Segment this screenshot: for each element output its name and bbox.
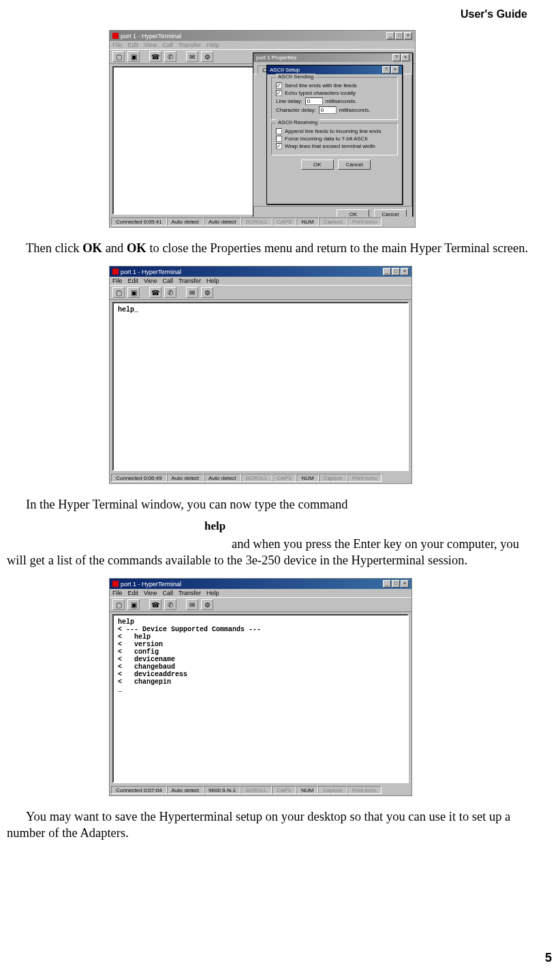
menu-transfer[interactable]: Transfer: [178, 42, 201, 48]
close-icon[interactable]: ×: [404, 32, 412, 40]
minimize-icon[interactable]: _: [383, 268, 391, 275]
properties-title: port 1 Properties: [256, 55, 296, 61]
toolbar-disconnect-icon[interactable]: ✆: [164, 51, 176, 62]
status-echo: Print echo: [347, 217, 382, 226]
toolbar-new-icon[interactable]: ▢: [112, 287, 125, 298]
toolbar-call-icon[interactable]: ☎: [149, 599, 161, 610]
toolbar-props-icon[interactable]: ⚙: [201, 287, 213, 298]
toolbar-open-icon[interactable]: ▣: [127, 51, 140, 62]
menu-view[interactable]: View: [144, 590, 157, 596]
close-icon[interactable]: ×: [401, 268, 409, 275]
status-connected: Connected 0:05:41: [111, 217, 167, 226]
toolbar-props-icon[interactable]: ⚙: [201, 51, 213, 62]
terminal-area[interactable]: help_: [112, 302, 409, 471]
menu-bar: File Edit View Call Transfer Help: [110, 277, 411, 285]
menu-transfer[interactable]: Transfer: [178, 277, 201, 284]
label-send-line-ends: Send line ends with line feeds: [285, 82, 357, 89]
toolbar: ▢ ▣ ☎ ✆ ✉ ⚙: [110, 597, 411, 612]
menu-help[interactable]: Help: [206, 277, 219, 284]
toolbar-open-icon[interactable]: ▣: [127, 599, 140, 610]
menu-help[interactable]: Help: [206, 590, 219, 596]
ascii-receiving-group: ASCII Receiving Append line feeds to inc…: [271, 123, 398, 155]
toolbar-send-icon[interactable]: ✉: [186, 287, 198, 298]
ascii-receiving-legend: ASCII Receiving: [276, 119, 320, 125]
menu-file[interactable]: File: [112, 42, 123, 48]
menu-bar: File Edit View Call Transfer Help: [110, 589, 411, 597]
status-connected: Connected 0:07:04: [111, 786, 167, 794]
status-autodetect-1: Auto detect: [167, 786, 204, 794]
checkbox-force-7bit[interactable]: [276, 136, 282, 142]
terminal-text: help_: [114, 303, 407, 316]
close-icon[interactable]: ×: [401, 54, 409, 61]
paragraph-3: and when you press the Enter key on your…: [7, 536, 533, 568]
status-bar: Connected 0:06:49 Auto detect Auto detec…: [111, 473, 410, 483]
window-title: port 1 - HyperTerminal: [121, 581, 181, 588]
menu-view[interactable]: View: [144, 277, 157, 284]
help-icon[interactable]: ?: [392, 54, 401, 61]
screenshot-help-output: port 1 - HyperTerminal _ □ × File Edit V…: [109, 578, 412, 796]
toolbar-open-icon[interactable]: ▣: [127, 287, 140, 298]
menu-transfer[interactable]: Transfer: [178, 590, 201, 596]
ascii-setup-dialog: ASCII Setup ? × ASCII Sending ✓Send line…: [266, 65, 403, 204]
menu-edit[interactable]: Edit: [128, 42, 139, 48]
ascii-cancel-button[interactable]: Cancel: [338, 160, 371, 170]
minimize-icon[interactable]: _: [383, 580, 391, 588]
status-autodetect-1: Auto detect: [167, 474, 204, 482]
toolbar-new-icon[interactable]: ▢: [112, 51, 125, 62]
status-num: NUM: [296, 786, 318, 794]
toolbar-disconnect-icon[interactable]: ✆: [164, 599, 176, 610]
input-line-delay[interactable]: 0: [305, 97, 323, 105]
close-icon[interactable]: ×: [401, 580, 409, 588]
checkbox-send-line-ends[interactable]: ✓: [276, 82, 282, 89]
menu-view[interactable]: View: [144, 42, 157, 48]
close-icon[interactable]: ×: [391, 66, 399, 74]
hyperterminal-icon: [112, 581, 119, 587]
status-capture: Capture: [319, 474, 347, 482]
page-header: User's Guide: [7, 8, 527, 20]
label-wrap-lines: Wrap lines that exceed terminal width: [285, 143, 375, 149]
input-char-delay[interactable]: 0: [319, 106, 337, 114]
status-bar: Connected 0:07:04 Auto detect 9600 8-N-1…: [111, 785, 410, 795]
status-caps: CAPS: [273, 474, 297, 482]
ascii-ok-button[interactable]: OK: [301, 160, 334, 170]
menu-help[interactable]: Help: [206, 42, 219, 48]
status-bar: Connected 0:05:41 Auto detect Auto detec…: [111, 217, 414, 226]
label-char-delay-unit: milliseconds.: [339, 107, 371, 113]
toolbar-call-icon[interactable]: ☎: [149, 51, 161, 62]
status-caps: CAPS: [272, 786, 296, 794]
status-autodetect-2: Auto detect: [204, 217, 240, 226]
toolbar-disconnect-icon[interactable]: ✆: [164, 287, 176, 298]
toolbar-send-icon[interactable]: ✉: [186, 599, 198, 610]
minimize-icon[interactable]: _: [386, 32, 394, 40]
paragraph-4: You may want to save the Hyperterminal s…: [7, 808, 533, 841]
menu-edit[interactable]: Edit: [128, 277, 139, 284]
toolbar-props-icon[interactable]: ⚙: [201, 599, 213, 610]
toolbar-new-icon[interactable]: ▢: [112, 599, 125, 610]
menu-call[interactable]: Call: [162, 277, 173, 284]
label-char-delay: Character delay:: [276, 107, 316, 113]
checkbox-wrap-lines[interactable]: ✓: [276, 143, 282, 149]
menu-call[interactable]: Call: [162, 590, 173, 596]
status-capture: Capture: [319, 217, 347, 226]
terminal-area[interactable]: help < --- Device Supported Commands ---…: [112, 614, 409, 783]
maximize-icon[interactable]: □: [395, 32, 403, 40]
menu-edit[interactable]: Edit: [128, 590, 139, 596]
maximize-icon[interactable]: □: [392, 268, 400, 275]
toolbar-send-icon[interactable]: ✉: [186, 51, 198, 62]
window-title: port 1 - HyperTerminal: [121, 269, 181, 275]
checkbox-append-lf[interactable]: [276, 128, 282, 134]
menu-call[interactable]: Call: [162, 42, 173, 48]
toolbar-call-icon[interactable]: ☎: [149, 287, 161, 298]
status-scroll: SCROLL: [241, 217, 273, 226]
help-icon[interactable]: ?: [382, 66, 390, 74]
maximize-icon[interactable]: □: [392, 580, 400, 588]
menu-file[interactable]: File: [112, 590, 123, 596]
paragraph-1: Then click OK and OK to close the Proper…: [7, 240, 533, 256]
window-titlebar: port 1 - HyperTerminal _ □ ×: [110, 579, 411, 589]
status-autodetect-2: Auto detect: [204, 474, 240, 482]
checkbox-echo-typed[interactable]: ✓: [276, 90, 282, 96]
paragraph-2: In the Hyper Terminal window, you can no…: [7, 496, 533, 513]
ascii-title: ASCII Setup: [270, 67, 300, 73]
menu-file[interactable]: File: [112, 277, 123, 284]
page-number: 5: [545, 951, 552, 965]
